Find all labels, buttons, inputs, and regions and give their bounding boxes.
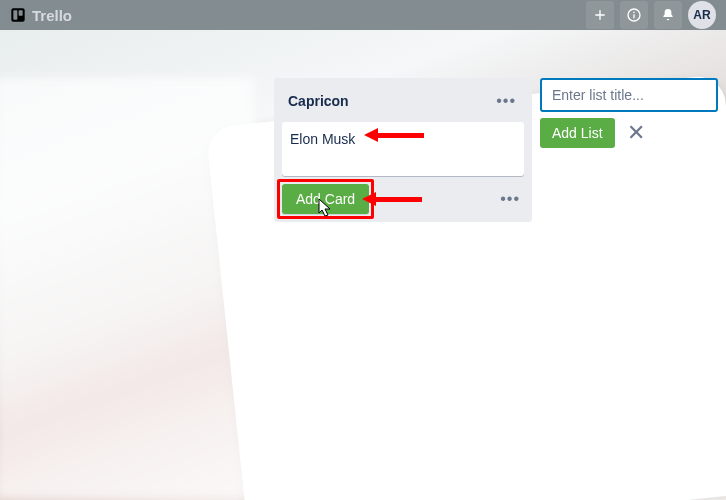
card-composer[interactable]: Elon Musk [282,122,524,176]
trello-logo-icon [10,7,26,23]
info-button[interactable] [620,1,648,29]
add-list-button[interactable]: Add List [540,118,615,148]
list-capricon: Capricon ••• Elon Musk Add Card [274,78,532,222]
avatar-initials: AR [693,8,710,22]
list-menu-button[interactable]: ••• [492,88,520,114]
add-list-form: Add List ✕ [540,78,718,148]
add-button[interactable] [586,1,614,29]
user-avatar[interactable]: AR [688,1,716,29]
svg-rect-5 [633,14,634,18]
svg-rect-0 [11,8,24,21]
svg-point-4 [633,12,635,14]
list-title-input[interactable] [540,78,718,112]
card-options-button[interactable]: ••• [496,186,524,212]
top-navigation-bar: Trello AR [0,0,726,30]
list-title[interactable]: Capricon [288,93,349,109]
add-card-button[interactable]: Add Card [282,184,369,214]
close-icon[interactable]: ✕ [627,122,645,144]
svg-rect-1 [13,10,17,19]
card-composer-text: Elon Musk [290,131,355,147]
logo-text: Trello [32,7,72,24]
svg-rect-2 [19,10,23,15]
blurred-list-placeholder [0,78,254,498]
annotation-arrow-icon [364,128,378,142]
notifications-button[interactable] [654,1,682,29]
